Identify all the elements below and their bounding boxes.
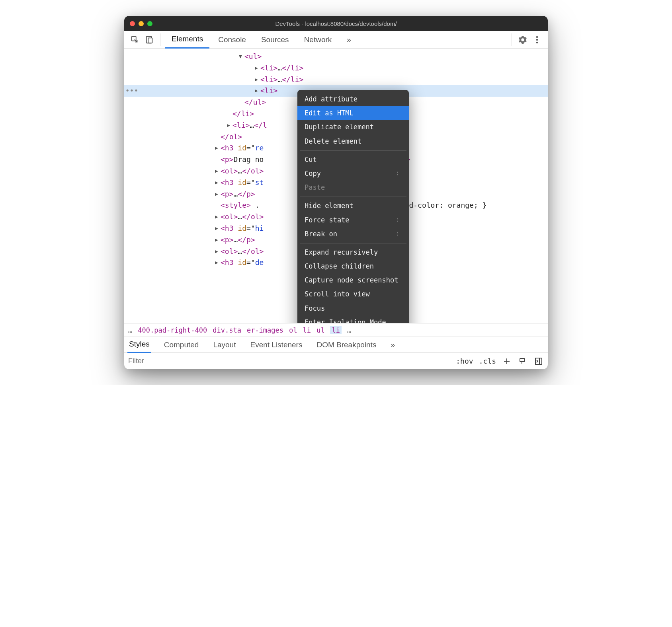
cm-collapse-children[interactable]: Collapse children [297, 259, 409, 273]
cm-isolation-mode[interactable]: Enter Isolation Mode [297, 315, 409, 323]
cm-force-state[interactable]: Force state〉 [297, 213, 409, 227]
cls-toggle[interactable]: .cls [479, 357, 496, 365]
kebab-menu-icon[interactable] [531, 34, 543, 46]
cm-scroll-into-view[interactable]: Scroll into view [297, 287, 409, 301]
tree-row[interactable]: ▶<li>…</li> [124, 62, 548, 74]
chevron-right-icon: 〉 [396, 169, 402, 178]
context-menu: Add attribute Edit as HTML Duplicate ele… [297, 90, 409, 323]
breadcrumb-item[interactable]: ol [289, 326, 297, 334]
toolbar-separator [160, 33, 160, 46]
subtab-styles[interactable]: Styles [127, 337, 151, 353]
cm-delete-element[interactable]: Delete element [297, 134, 409, 148]
cm-edit-as-html[interactable]: Edit as HTML [297, 106, 409, 120]
inspect-element-icon[interactable] [129, 34, 141, 46]
toolbar-separator [512, 33, 512, 46]
breadcrumb-item[interactable]: div.sta [213, 326, 241, 334]
chevron-right-icon: 〉 [396, 216, 402, 224]
main-toolbar: Elements Console Sources Network » [124, 31, 548, 49]
tab-network[interactable]: Network [298, 31, 338, 49]
cm-cut[interactable]: Cut [297, 153, 409, 167]
breadcrumb-item[interactable]: er-images [247, 326, 283, 334]
computed-panel-icon[interactable] [533, 356, 544, 366]
breadcrumb-item[interactable]: li [303, 326, 311, 334]
breadcrumb-item-selected[interactable]: li [330, 326, 341, 334]
context-menu-separator [300, 197, 406, 197]
svg-rect-8 [535, 358, 542, 364]
context-menu-separator [300, 243, 406, 243]
selection-dots-icon: ••• [124, 85, 139, 97]
subtab-dom-breakpoints[interactable]: DOM Breakpoints [315, 337, 378, 353]
breadcrumb-ellipsis[interactable]: … [347, 326, 351, 334]
traffic-lights [130, 21, 152, 26]
svg-rect-2 [148, 38, 152, 43]
subtab-computed[interactable]: Computed [162, 337, 201, 353]
hov-toggle[interactable]: :hov [456, 357, 473, 365]
cm-duplicate-element[interactable]: Duplicate element [297, 120, 409, 134]
styles-subtabs: Styles Computed Layout Event Listeners D… [124, 337, 548, 352]
gear-icon[interactable] [517, 34, 529, 46]
cm-hide-element[interactable]: Hide element [297, 199, 409, 213]
cm-add-attribute[interactable]: Add attribute [297, 92, 409, 106]
tab-sources[interactable]: Sources [255, 31, 295, 49]
tab-elements[interactable]: Elements [165, 31, 209, 49]
filter-input[interactable] [128, 357, 450, 365]
breadcrumb-ellipsis[interactable]: … [128, 326, 132, 334]
cm-paste: Paste [297, 181, 409, 195]
devtools-window: DevTools - localhost:8080/docs/devtools/… [124, 16, 548, 369]
tabs-overflow[interactable]: » [340, 31, 357, 49]
svg-point-6 [536, 41, 538, 43]
cm-expand-recursively[interactable]: Expand recursively [297, 245, 409, 259]
breadcrumb: … 400.pad-right-400 div.sta er-images ol… [124, 323, 548, 337]
plus-icon[interactable] [502, 356, 512, 366]
maximize-button[interactable] [147, 21, 152, 26]
styles-filter-bar: :hov .cls [124, 352, 548, 369]
titlebar: DevTools - localhost:8080/docs/devtools/… [124, 16, 548, 31]
breadcrumb-item[interactable]: ul [316, 326, 324, 334]
cm-capture-screenshot[interactable]: Capture node screenshot [297, 273, 409, 287]
context-menu-separator [300, 150, 406, 151]
tab-console[interactable]: Console [212, 31, 252, 49]
cm-copy[interactable]: Copy〉 [297, 167, 409, 181]
subtab-event-listeners[interactable]: Event Listeners [248, 337, 304, 353]
svg-rect-7 [520, 358, 525, 362]
minimize-button[interactable] [139, 21, 144, 26]
cm-break-on[interactable]: Break on〉 [297, 227, 409, 241]
tree-row[interactable]: ▶<li>…</li> [124, 74, 548, 86]
svg-point-4 [536, 36, 538, 37]
tree-row[interactable]: ▼<ul> [124, 51, 548, 62]
window-title: DevTools - localhost:8080/docs/devtools/… [275, 20, 397, 27]
close-button[interactable] [130, 21, 135, 26]
device-toolbar-icon[interactable] [143, 34, 155, 46]
elements-tree: ▼<ul> ▶<li>…</li> ▶<li>…</li> •••▶<li> <… [124, 49, 548, 323]
subtab-layout[interactable]: Layout [211, 337, 237, 353]
svg-point-3 [522, 39, 524, 41]
cm-focus[interactable]: Focus [297, 302, 409, 315]
breadcrumb-item[interactable]: 400.pad-right-400 [138, 326, 207, 334]
chevron-right-icon: 〉 [396, 230, 402, 238]
subtabs-overflow[interactable]: » [389, 337, 397, 353]
svg-point-5 [536, 39, 538, 40]
brush-icon[interactable] [518, 356, 528, 366]
